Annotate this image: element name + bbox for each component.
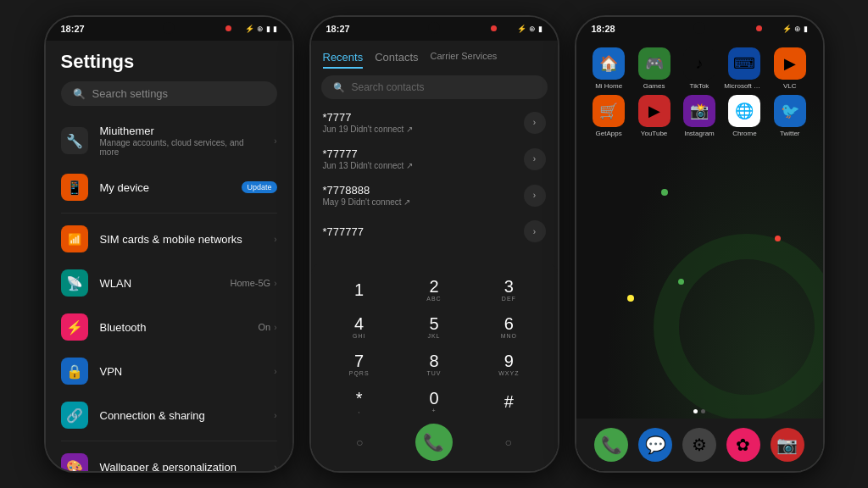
- dock-icon-settings[interactable]: ⚙: [682, 428, 716, 462]
- settings-list: 🔧 Miuithemer Manage accounts, cloud serv…: [46, 113, 292, 471]
- voicemail-icon[interactable]: ○: [341, 424, 378, 461]
- app-icon-mihome[interactable]: 🏠 Mi Home: [588, 47, 629, 90]
- sim-icon: 📶: [61, 225, 88, 252]
- app-icon-twitter[interactable]: 🐦 Twitter: [770, 95, 810, 137]
- key-num-6: 7: [354, 352, 364, 369]
- miuithemer-sub: Manage accounts, cloud services, and mor…: [100, 138, 263, 157]
- bt-status-icon: ⚡: [245, 25, 254, 33]
- app-icon-youtube[interactable]: ▶ YouTube: [634, 95, 675, 137]
- settings-search-bar[interactable]: 🔍 Search settings: [61, 81, 277, 106]
- key-btn-#[interactable]: #: [472, 383, 545, 419]
- key-btn-8[interactable]: 8TUV: [398, 346, 470, 381]
- key-alpha-8: WXYZ: [498, 370, 519, 376]
- app-label-2: TikTok: [679, 82, 720, 90]
- key-num-3: 4: [354, 315, 364, 332]
- call-meta-1: Jun 13 Didn't connect ↗: [323, 161, 414, 170]
- notch-2: [428, 22, 440, 34]
- key-btn-9[interactable]: 9WXYZ: [472, 346, 545, 381]
- dock-icon-messages[interactable]: 💬: [638, 428, 672, 462]
- wallpaper-chevron: ›: [274, 463, 276, 472]
- wallpaper-text: Wallpaper & personalization: [100, 461, 263, 472]
- delete-icon[interactable]: ○: [490, 424, 527, 461]
- divider-2: [61, 441, 277, 441]
- app-label-1: YouTube: [634, 130, 675, 137]
- key-btn-1[interactable]: 1: [323, 271, 396, 307]
- key-btn-6[interactable]: 6MNO: [472, 308, 545, 344]
- wlan-right: Home-5G ›: [230, 278, 276, 288]
- app-icon-vlc[interactable]: ▶ VLC: [770, 47, 810, 90]
- status-bar-1: 18:27 ⚡ ⊕ ▮ ▮: [46, 17, 292, 41]
- key-btn-5[interactable]: 5JKL: [398, 308, 470, 344]
- phone-home: 18:28 ⚡ ⊕ ▮ 🏠 Mi Home 🎮 Games ♪ TikTok ⌨…: [575, 15, 825, 473]
- settings-item-connection[interactable]: 🔗 Connection & sharing ›: [46, 393, 292, 437]
- call-number-3: *777777: [323, 225, 364, 238]
- call-item-3[interactable]: *777777 ›: [311, 214, 558, 249]
- bat-icon-3: ▮: [804, 25, 808, 33]
- dialer-search-placeholder: Search contacts: [352, 81, 425, 93]
- settings-item-miuithemer[interactable]: 🔧 Miuithemer Manage accounts, cloud serv…: [46, 116, 292, 165]
- bluetooth-label: Bluetooth: [100, 321, 247, 334]
- call-number-1: *77777: [323, 147, 414, 160]
- connection-label: Connection & sharing: [100, 409, 263, 422]
- settings-title: Settings: [61, 51, 277, 73]
- battery-icon: ▮: [273, 25, 277, 33]
- app-icon-games[interactable]: 🎮 Games: [634, 47, 675, 90]
- wifi-icon-2: ⊕: [529, 25, 536, 33]
- settings-screen: Settings 🔍 Search settings 🔧 Miuithemer …: [46, 41, 292, 471]
- app-icon-getapps[interactable]: 🛒 GetApps: [588, 95, 629, 137]
- app-icon-chrome[interactable]: 🌐 Chrome: [724, 95, 765, 137]
- dialer-search-bar[interactable]: 🔍 Search contacts: [321, 75, 548, 99]
- key-btn-0[interactable]: 0+: [398, 383, 470, 419]
- app-img-2: 📸: [683, 95, 715, 127]
- connection-text: Connection & sharing: [100, 409, 263, 422]
- dock-icon-themes[interactable]: ✿: [726, 428, 760, 462]
- keypad: 12ABC3DEF4GHI5JKL6MNO7PQRS8TUV9WXYZ*,0+#…: [311, 263, 558, 471]
- call-button[interactable]: 📞: [415, 424, 453, 461]
- tab-recents[interactable]: Recents: [323, 47, 364, 69]
- key-btn-7[interactable]: 7PQRS: [323, 346, 396, 381]
- app-label-2: Instagram: [679, 130, 720, 137]
- dock-icon-camera[interactable]: 📷: [771, 428, 804, 462]
- settings-item-vpn[interactable]: 🔒 VPN ›: [46, 349, 292, 393]
- app-icon-microsoftswiftkey...[interactable]: ⌨ Microsoft SwiftKey...: [724, 47, 765, 90]
- settings-item-wallpaper[interactable]: 🎨 Wallpaper & personalization ›: [46, 445, 292, 471]
- app-img-3: 🌐: [728, 95, 760, 127]
- dock-icon-phone[interactable]: 📞: [594, 428, 628, 462]
- app-icon-tiktok[interactable]: ♪ TikTok: [679, 47, 720, 90]
- call-item-2[interactable]: *7778888 May 9 Didn't connect ↗ ›: [311, 177, 558, 214]
- key-btn-2[interactable]: 2ABC: [398, 271, 470, 307]
- app-label-1: Games: [634, 82, 675, 90]
- app-label-0: Mi Home: [588, 82, 629, 90]
- key-btn-*[interactable]: *,: [323, 383, 396, 419]
- settings-item-mydevice[interactable]: 📱 My device Update: [46, 165, 292, 209]
- bluetooth-icon: ⚡: [61, 313, 88, 341]
- page-dot-2: [701, 409, 705, 413]
- notch-3: [693, 22, 705, 34]
- tab-contacts[interactable]: Contacts: [375, 47, 418, 69]
- wifi-icon-3: ⊕: [794, 25, 801, 33]
- key-alpha-1: ABC: [426, 296, 441, 302]
- call-item-1[interactable]: *77777 Jun 13 Didn't connect ↗ ›: [311, 141, 558, 177]
- dialer-tabs: Recents Contacts Carrier Services: [311, 41, 558, 72]
- wlan-icon: 📡: [61, 269, 88, 297]
- phone-dialer: 18:27 ⚡ ⊕ ▮ Recents Contacts Carrier Ser…: [309, 15, 559, 473]
- key-btn-4[interactable]: 4GHI: [323, 308, 396, 344]
- settings-item-wlan[interactable]: 📡 WLAN Home-5G ›: [46, 261, 292, 305]
- wallpaper-icon: 🎨: [61, 453, 88, 471]
- sim-label: SIM cards & mobile networks: [100, 233, 263, 246]
- red-dot-1: [225, 25, 231, 31]
- tab-carrier[interactable]: Carrier Services: [431, 47, 498, 69]
- vpn-chevron: ›: [274, 367, 276, 376]
- bt-icon-2: ⚡: [517, 25, 526, 33]
- call-item-0[interactable]: *7777 Jun 19 Didn't connect ↗ ›: [311, 104, 558, 141]
- key-btn-3[interactable]: 3DEF: [472, 271, 545, 307]
- app-icon-instagram[interactable]: 📸 Instagram: [679, 95, 720, 137]
- page-dot-1: [693, 409, 698, 413]
- settings-item-sim[interactable]: 📶 SIM cards & mobile networks ›: [46, 217, 292, 261]
- bat-icon-2: ▮: [538, 25, 542, 33]
- bluetooth-text: Bluetooth: [100, 321, 247, 334]
- wlan-chevron: ›: [274, 279, 276, 288]
- red-dot-2: [491, 25, 497, 31]
- settings-item-bluetooth[interactable]: ⚡ Bluetooth On ›: [46, 305, 292, 349]
- call-log: *7777 Jun 19 Didn't connect ↗ › *77777 J…: [311, 104, 558, 263]
